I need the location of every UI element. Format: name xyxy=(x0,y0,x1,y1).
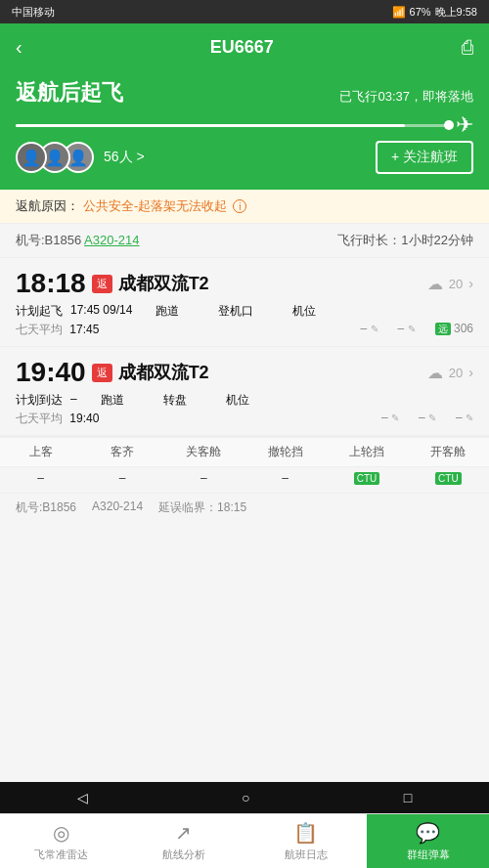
val-close-cabin: – xyxy=(163,467,244,489)
ctu-badge-1: CTU xyxy=(354,472,380,485)
departure-time: 18:18 xyxy=(16,268,86,299)
departure-temp: 20 xyxy=(449,277,463,291)
plane-type-link[interactable]: A320-214 xyxy=(84,233,139,247)
arrival-col-values: – ✎ – ✎ – ✎ xyxy=(381,411,473,427)
arr-runway-edit-icon[interactable]: ✎ xyxy=(391,412,399,423)
departure-left: 18:18 返 成都双流T2 xyxy=(16,268,209,299)
radar-icon: ◎ xyxy=(53,821,69,845)
carousel-edit-icon[interactable]: ✎ xyxy=(428,412,436,423)
time-label: 晚上9:58 xyxy=(435,5,477,20)
flight-info-panel: 返航后起飞 已飞行03:37，即将落地 ✈ 👤 👤 👤 56人 > + 关注航班 xyxy=(0,70,489,190)
nav-log-label: 航班日志 xyxy=(285,847,328,862)
val-open-cabin: CTU xyxy=(408,467,489,489)
android-home[interactable]: ○ xyxy=(242,790,249,805)
departure-weather: ☁ xyxy=(427,275,443,293)
status-bar: 中国移动 📶 67% 晚上9:58 xyxy=(0,0,489,23)
battery-label: 67% xyxy=(410,6,431,18)
android-recents[interactable]: □ xyxy=(404,790,412,805)
departure-runway-val: – ✎ xyxy=(361,322,378,338)
crew-row: 👤 👤 👤 56人 > + 关注航班 xyxy=(16,141,473,174)
arrival-temp: 20 xyxy=(449,366,463,380)
arrival-section: 19:40 返 成都双流T2 ☁ 20 › 计划到达 – 跑道 转盘 机位 七天… xyxy=(0,347,489,436)
departure-gate-label: 登机口 xyxy=(218,303,253,320)
ctu-badge-2: CTU xyxy=(435,472,462,485)
nav-radar-label: 飞常准雷达 xyxy=(34,847,88,862)
col-remove-chocks: 撤轮挡 xyxy=(244,438,326,466)
android-back[interactable]: ◁ xyxy=(77,790,88,805)
follow-button[interactable]: + 关注航班 xyxy=(376,141,473,174)
flight-meta: 机号:B1856 A320-214 飞行时长：1小时22分钟 xyxy=(0,224,489,258)
progress-dot xyxy=(444,120,454,130)
departure-chevron[interactable]: › xyxy=(468,276,473,291)
arrival-schedule: 计划到达 – 跑道 转盘 机位 xyxy=(16,392,473,409)
stand-edit-icon[interactable]: ✎ xyxy=(466,412,473,423)
crew-left: 👤 👤 👤 56人 > xyxy=(16,142,145,173)
arrival-time: 19:40 xyxy=(16,357,86,388)
col-boarding: 上客 xyxy=(0,438,81,466)
footer-delay-label: 延误临界：18:15 xyxy=(158,499,246,516)
arrival-carousel-label: 转盘 xyxy=(163,392,187,409)
col-ready: 客齐 xyxy=(81,438,162,466)
avatar-1: 👤 xyxy=(16,142,47,173)
departure-schedule: 计划起飞 17:45 09/14 跑道 登机口 机位 xyxy=(16,303,473,320)
arrival-chevron[interactable]: › xyxy=(468,365,473,380)
arrival-scheduled-value: – xyxy=(70,392,77,409)
progress-track xyxy=(16,124,448,127)
arrival-avg-label: 七天平均 19:40 xyxy=(16,411,99,427)
nav-route[interactable]: ↗ 航线分析 xyxy=(122,814,244,868)
departure-city: 成都双流T2 xyxy=(118,272,209,295)
arrival-city: 成都双流T2 xyxy=(118,361,209,384)
departure-stand-val: 远 306 xyxy=(435,322,473,338)
return-reason-bar: 返航原因： 公共安全-起落架无法收起 i xyxy=(0,190,489,224)
crew-count[interactable]: 56人 > xyxy=(104,149,145,166)
arrival-scheduled-label: 计划到达 xyxy=(16,392,63,409)
departure-scheduled-label: 计划起飞 xyxy=(16,303,63,320)
arrival-right: ☁ 20 › xyxy=(427,364,473,382)
bottom-nav: ◎ 飞常准雷达 ↗ 航线分析 📋 航班日志 💬 群组弹幕 xyxy=(0,813,489,868)
arrival-time-row: 19:40 返 成都双流T2 ☁ 20 › xyxy=(16,357,473,388)
arrival-left: 19:40 返 成都双流T2 xyxy=(16,357,209,388)
arrival-tag: 返 xyxy=(92,364,112,382)
departure-scheduled-value: 17:45 09/14 xyxy=(70,303,132,320)
nav-route-label: 航线分析 xyxy=(162,847,205,862)
share-button[interactable]: ⎙ xyxy=(462,36,473,59)
arrival-avg-row: 七天平均 19:40 – ✎ – ✎ – ✎ xyxy=(16,411,473,427)
arrival-runway-val: – ✎ xyxy=(381,411,399,427)
val-set-chocks: CTU xyxy=(326,467,407,489)
departure-col-values: – ✎ – ✎ 远 306 xyxy=(361,322,473,338)
ground-ops-values: – – – – CTU CTU xyxy=(0,467,489,489)
carrier-label: 中国移动 xyxy=(12,5,55,20)
runway-edit-icon[interactable]: ✎ xyxy=(371,324,378,334)
departure-gate-val: – ✎ xyxy=(398,322,416,338)
plane-icon: ✈ xyxy=(456,112,473,138)
progress-bar: ✈ xyxy=(16,117,473,133)
flight-sub-status: 已飞行03:37，即将落地 xyxy=(339,88,473,106)
gate-edit-icon[interactable]: ✎ xyxy=(408,324,416,334)
col-set-chocks: 上轮挡 xyxy=(326,438,407,466)
signal-icon: 📶 xyxy=(392,6,406,19)
info-icon[interactable]: i xyxy=(233,199,246,213)
departure-stand-label: 机位 xyxy=(292,303,316,320)
footer-plane-type: A320-214 xyxy=(92,499,143,516)
col-close-cabin: 关客舱 xyxy=(163,438,244,466)
back-button[interactable]: ‹ xyxy=(16,36,22,59)
flight-number-title: EU6667 xyxy=(210,37,274,58)
departure-avg-label: 七天平均 17:45 xyxy=(16,322,99,338)
header: ‹ EU6667 ⎙ xyxy=(0,23,489,70)
nav-group[interactable]: 💬 群组弹幕 xyxy=(367,814,489,868)
far-badge: 远 xyxy=(435,323,451,335)
return-reason-value: 公共安全-起落架无法收起 xyxy=(83,197,227,215)
plane-number: 机号:B1856 A320-214 xyxy=(16,232,140,249)
progress-fill xyxy=(16,124,405,127)
nav-log[interactable]: 📋 航班日志 xyxy=(244,814,367,868)
arrival-stand-val: – ✎ xyxy=(456,411,473,427)
nav-group-label: 群组弹幕 xyxy=(407,847,450,862)
departure-right: ☁ 20 › xyxy=(427,275,473,293)
arrival-runway-label: 跑道 xyxy=(101,392,124,409)
route-icon: ↗ xyxy=(175,821,192,845)
nav-radar[interactable]: ◎ 飞常准雷达 xyxy=(0,814,122,868)
footer-plane-no: 机号:B1856 xyxy=(16,499,76,516)
ground-ops-table: 上客 客齐 关客舱 撤轮挡 上轮挡 开客舱 – – – – CTU CTU xyxy=(0,436,489,493)
col-open-cabin: 开客舱 xyxy=(408,438,489,466)
chat-icon: 💬 xyxy=(416,821,440,845)
